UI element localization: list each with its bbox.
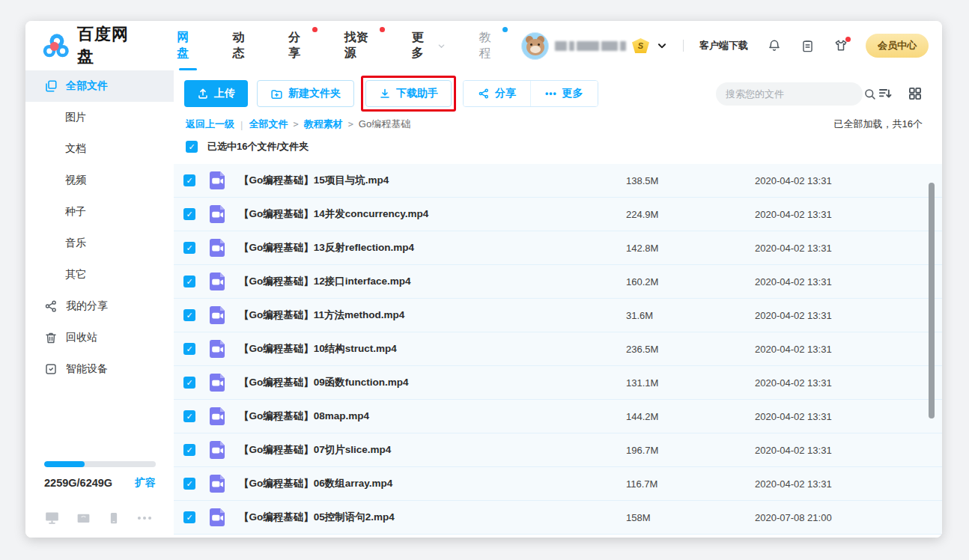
sidebar-item-label: 视频 — [65, 174, 86, 187]
tab-share[interactable]: 分享 — [288, 30, 312, 61]
file-row[interactable]: ✓ 【Go编程基础】15项目与坑.mp4 138.5M 2020-04-02 1… — [174, 164, 942, 198]
row-checkbox[interactable]: ✓ — [183, 174, 195, 186]
storage-panel: 2259G/6249G 扩容 — [44, 461, 156, 526]
file-row[interactable]: ✓ 【Go编程基础】10结构struct.mp4 236.5M 2020-04-… — [174, 332, 942, 366]
row-checkbox[interactable]: ✓ — [183, 242, 195, 254]
row-checkbox[interactable]: ✓ — [183, 444, 195, 456]
row-checkbox[interactable]: ✓ — [183, 377, 195, 389]
sidebar-item-videos[interactable]: 视频 — [25, 165, 174, 196]
file-row[interactable]: ✓ 【Go编程基础】11方法method.mp4 31.6M 2020-04-0… — [174, 299, 942, 332]
download-icon — [379, 88, 391, 100]
breadcrumb-separator: > — [348, 119, 353, 130]
bell-icon[interactable] — [767, 38, 782, 53]
sidebar-item-recycle-bin[interactable]: 回收站 — [25, 322, 174, 353]
sidebar-item-smart-devices[interactable]: 智能设备 — [25, 353, 174, 385]
device-shortcut-row — [44, 510, 156, 526]
file-name[interactable]: 【Go编程基础】10结构struct.mp4 — [239, 342, 626, 356]
sidebar-item-others[interactable]: 其它 — [25, 259, 174, 290]
upload-button[interactable]: 上传 — [184, 80, 248, 107]
file-size: 116.7M — [626, 478, 755, 490]
more-devices-icon[interactable] — [136, 514, 153, 522]
breadcrumb-course-folder[interactable]: 教程素材 — [304, 118, 343, 131]
phone-device-icon[interactable] — [107, 511, 121, 526]
share-nodes-icon — [478, 88, 490, 100]
row-checkbox[interactable]: ✓ — [183, 276, 195, 287]
tab-find-resources[interactable]: 找资源 — [344, 30, 379, 61]
file-size: 142.8M — [626, 243, 755, 254]
account-chevron-down-icon[interactable] — [657, 40, 667, 51]
account-area: S 客户端下载 会员中心 — [521, 32, 929, 60]
sidebar-item-label: 智能设备 — [66, 362, 108, 376]
sidebar-item-documents[interactable]: 文档 — [25, 133, 174, 165]
task-list-icon[interactable] — [801, 39, 815, 53]
file-size: 224.9M — [626, 209, 755, 220]
breadcrumb-all-files[interactable]: 全部文件 — [249, 118, 288, 131]
select-all-checkbox[interactable]: ✓ — [186, 141, 198, 153]
file-name[interactable]: 【Go编程基础】05控制语句2.mp4 — [239, 511, 626, 524]
file-name[interactable]: 【Go编程基础】07切片slice.mp4 — [239, 443, 626, 457]
sidebar-item-torrents[interactable]: 种子 — [25, 196, 174, 228]
file-size: 236.5M — [626, 344, 755, 355]
back-up-level-link[interactable]: 返回上一级 — [186, 118, 234, 131]
file-list: ✓ 【Go编程基础】15项目与坑.mp4 138.5M 2020-04-02 1… — [174, 164, 942, 535]
download-helper-button[interactable]: 下载助手 — [365, 80, 452, 107]
expand-storage-link[interactable]: 扩容 — [135, 476, 156, 490]
search-input[interactable] — [726, 88, 857, 100]
sidebar-item-all-files[interactable]: 全部文件 — [25, 70, 174, 102]
avatar-art — [530, 46, 541, 53]
file-date: 2020-07-08 21:00 — [755, 512, 942, 523]
tab-tutorial[interactable]: 教程 — [479, 30, 502, 61]
share-button[interactable]: 分享 — [464, 81, 530, 106]
file-size: 144.2M — [626, 411, 755, 422]
file-name[interactable]: 【Go编程基础】08map.mp4 — [239, 410, 626, 423]
file-name[interactable]: 【Go编程基础】06数组array.mp4 — [239, 477, 626, 490]
file-row[interactable]: ✓ 【Go编程基础】05控制语句2.mp4 158M 2020-07-08 21… — [174, 501, 942, 535]
file-row[interactable]: ✓ 【Go编程基础】09函数function.mp4 131.1M 2020-0… — [174, 366, 942, 400]
file-name[interactable]: 【Go编程基础】13反射reflection.mp4 — [239, 241, 626, 255]
file-row[interactable]: ✓ 【Go编程基础】08map.mp4 144.2M 2020-04-02 13… — [174, 400, 942, 433]
sidebar-item-pictures[interactable]: 图片 — [25, 102, 174, 133]
file-name[interactable]: 【Go编程基础】11方法method.mp4 — [239, 308, 626, 322]
sidebar-item-music[interactable]: 音乐 — [25, 228, 174, 259]
row-checkbox[interactable]: ✓ — [183, 410, 195, 422]
file-row[interactable]: ✓ 【Go编程基础】06数组array.mp4 116.7M 2020-04-0… — [174, 467, 942, 501]
tab-label: 找资源 — [344, 30, 379, 61]
new-folder-button[interactable]: 新建文件夹 — [257, 80, 354, 107]
more-button[interactable]: ••• 更多 — [530, 81, 598, 106]
tv-device-icon[interactable] — [76, 510, 91, 526]
skin-tshirt-icon[interactable] — [833, 38, 848, 53]
client-download-link[interactable]: 客户端下载 — [699, 39, 748, 52]
tab-more[interactable]: 更多 — [412, 30, 446, 61]
file-name[interactable]: 【Go编程基础】09函数function.mp4 — [239, 376, 626, 389]
sort-order-icon[interactable] — [877, 86, 893, 101]
tab-feed[interactable]: 动态 — [232, 30, 255, 61]
file-row[interactable]: ✓ 【Go编程基础】14并发concurrency.mp4 224.9M 202… — [174, 198, 942, 231]
file-name[interactable]: 【Go编程基础】12接口interface.mp4 — [239, 275, 626, 288]
row-checkbox[interactable]: ✓ — [183, 478, 195, 490]
avatar[interactable] — [521, 32, 549, 60]
file-name[interactable]: 【Go编程基础】14并发concurrency.mp4 — [239, 207, 626, 221]
search-icon[interactable] — [863, 88, 876, 100]
file-date: 2020-04-02 13:31 — [755, 310, 942, 321]
row-checkbox[interactable]: ✓ — [183, 511, 195, 523]
baidu-netdisk-logo[interactable]: 百度网盘 — [42, 23, 144, 68]
row-checkbox[interactable]: ✓ — [183, 343, 195, 355]
row-checkbox[interactable]: ✓ — [183, 208, 195, 220]
file-name[interactable]: 【Go编程基础】15项目与坑.mp4 — [239, 174, 626, 187]
member-center-button[interactable]: 会员中心 — [866, 34, 929, 58]
share-nodes-icon — [44, 299, 58, 313]
file-row[interactable]: ✓ 【Go编程基础】07切片slice.mp4 196.7M 2020-04-0… — [174, 433, 942, 467]
file-row[interactable]: ✓ 【Go编程基础】13反射reflection.mp4 142.8M 2020… — [174, 231, 942, 265]
sidebar-item-label: 回收站 — [66, 331, 97, 344]
row-checkbox[interactable]: ✓ — [183, 309, 195, 321]
avatar-art — [538, 43, 540, 46]
file-row[interactable]: ✓ 【Go编程基础】12接口interface.mp4 160.2M 2020-… — [174, 265, 942, 299]
vertical-scrollbar[interactable] — [929, 183, 935, 419]
grid-view-icon[interactable] — [908, 86, 923, 101]
svip-badge-icon[interactable]: S — [632, 38, 649, 53]
desktop-device-icon[interactable] — [44, 510, 60, 526]
notification-dot — [312, 27, 318, 32]
sidebar-item-my-shares[interactable]: 我的分享 — [25, 290, 174, 322]
tab-netdisk[interactable]: 网盘 — [177, 30, 200, 61]
smart-device-icon — [44, 362, 58, 376]
